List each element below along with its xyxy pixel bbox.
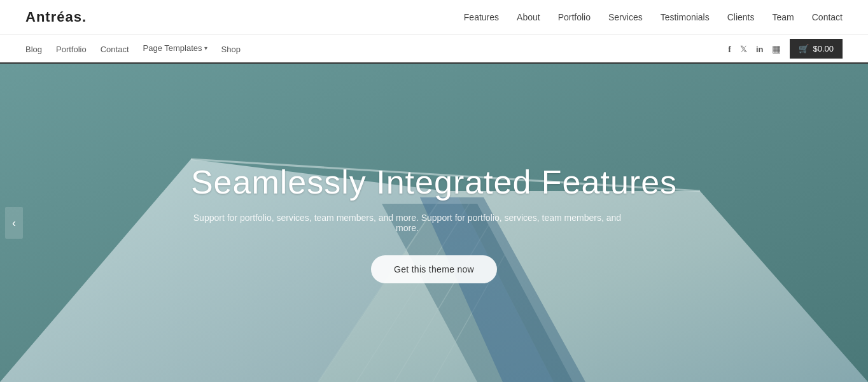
instagram-social-link[interactable]: ▦ — [772, 43, 781, 55]
cta-button[interactable]: Get this theme now — [371, 255, 497, 283]
main-menu-item-features[interactable]: Features — [464, 11, 499, 23]
linkedin-icon: in — [756, 45, 764, 54]
main-menu-item-contact[interactable]: Contact — [812, 11, 843, 23]
instagram-icon: ▦ — [772, 43, 781, 54]
logo-dot: . — [82, 9, 87, 25]
secondary-nav: Blog Portfolio Contact Page Templates ▾ … — [0, 35, 868, 64]
secondary-menu: Blog Portfolio Contact Page Templates ▾ … — [25, 43, 241, 55]
main-menu-item-services[interactable]: Services — [608, 11, 643, 23]
cart-icon: 🛒 — [799, 44, 809, 53]
cart-amount: $0.00 — [813, 44, 834, 53]
hero-section: ‹ Seamlessly Integrated Features Support… — [0, 64, 868, 382]
main-menu-item-team[interactable]: Team — [773, 11, 794, 23]
secondary-menu-item-shop[interactable]: Shop — [221, 43, 241, 55]
facebook-icon: f — [728, 45, 731, 54]
main-menu-item-testimonials[interactable]: Testimonials — [661, 11, 710, 23]
main-menu-item-about[interactable]: About — [517, 11, 540, 23]
linkedin-social-link[interactable]: in — [756, 43, 764, 55]
hero-subtitle: Support for portfolio, services, team me… — [191, 213, 624, 233]
prev-arrow-icon: ‹ — [12, 216, 16, 230]
logo[interactable]: Antréas. — [25, 9, 87, 25]
hero-title: Seamlessly Integrated Features — [191, 163, 677, 201]
main-menu-item-portfolio[interactable]: Portfolio — [558, 11, 591, 23]
top-nav: Antréas. Features About Portfolio Servic… — [0, 0, 868, 35]
prev-slide-button[interactable]: ‹ — [5, 207, 23, 239]
main-menu-item-clients[interactable]: Clients — [727, 11, 755, 23]
secondary-menu-item-blog[interactable]: Blog — [25, 43, 42, 55]
secondary-menu-item-contact[interactable]: Contact — [101, 43, 129, 55]
secondary-menu-item-page-templates[interactable]: Page Templates ▾ — [143, 43, 207, 55]
twitter-social-link[interactable]: 𝕏 — [740, 43, 747, 55]
logo-text: Antréas — [25, 9, 82, 25]
hero-content: Seamlessly Integrated Features Support f… — [178, 163, 690, 283]
chevron-down-icon: ▾ — [204, 45, 207, 52]
secondary-menu-item-portfolio[interactable]: Portfolio — [56, 43, 87, 55]
cart-button[interactable]: 🛒 $0.00 — [790, 39, 843, 59]
twitter-icon: 𝕏 — [740, 44, 747, 54]
secondary-right: f 𝕏 in ▦ 🛒 $0.00 — [728, 39, 843, 59]
social-icons: f 𝕏 in ▦ — [728, 43, 781, 55]
main-menu: Features About Portfolio Services Testim… — [464, 11, 843, 23]
facebook-social-link[interactable]: f — [728, 43, 731, 55]
